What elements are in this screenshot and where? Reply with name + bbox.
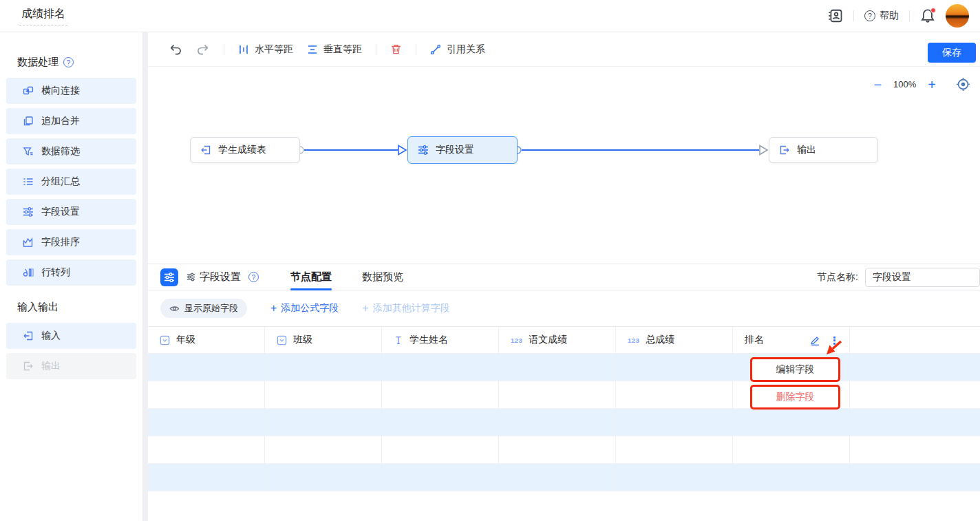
table-cell (382, 381, 499, 408)
fields-table: 年级 班级 学生姓名 (148, 326, 980, 491)
sidebar-item-output: 输出 (6, 353, 136, 379)
show-original-fields-label: 显示原始字段 (184, 302, 238, 315)
panel-gutter (142, 32, 148, 521)
add-formula-field-button[interactable]: + 添加公式字段 (270, 302, 339, 315)
main-content: 水平等距 垂直等距 (148, 32, 980, 521)
sidebar-item-label: 横向连接 (41, 85, 80, 97)
sidebar-item-label: 字段排序 (41, 236, 80, 248)
top-bar: 成绩排名 ? 帮助 (0, 0, 980, 32)
table-cell (616, 436, 733, 463)
vertical-spacing-button[interactable]: 垂直等距 (307, 43, 362, 56)
locate-button[interactable] (956, 77, 970, 92)
column-header-rank[interactable]: 排名 ⋮ (733, 327, 850, 353)
table-row (148, 354, 980, 381)
panel-help-icon[interactable]: ? (248, 272, 259, 282)
reference-relations-button[interactable]: 引用关系 (430, 43, 485, 56)
divider (224, 44, 224, 55)
flow-node-field-settings[interactable]: 字段设置 (407, 136, 518, 164)
table-cell (148, 464, 265, 491)
panel-header: 字段设置 ? 节点配置 数据预览 节点名称: (148, 264, 980, 290)
zoom-in-button[interactable]: + (928, 78, 936, 92)
sidebar-item-append-merge[interactable]: 追加合并 (6, 108, 136, 134)
canvas-toolbar: 水平等距 垂直等距 (148, 32, 980, 67)
zoom-level: 100% (893, 79, 916, 89)
menu-item-delete-field[interactable]: 删除字段 (750, 385, 840, 410)
sidebar-section-data-processing: 数据处理 ? (17, 56, 142, 69)
node-name-input[interactable] (865, 268, 980, 287)
contact-book-icon[interactable] (828, 8, 843, 23)
add-other-calc-field-label: 添加其他计算字段 (373, 302, 450, 315)
sidebar-item-horizontal-join[interactable]: 横向连接 (6, 78, 136, 104)
column-header-grade[interactable]: 年级 (148, 327, 265, 353)
sidebar-item-group-summary[interactable]: 分组汇总 (6, 169, 136, 195)
group-summary-icon (23, 176, 34, 187)
table-cell (616, 354, 733, 381)
field-settings-icon (418, 145, 429, 156)
panel-tabs: 节点配置 数据预览 (290, 264, 403, 290)
flow-node-student-scores[interactable]: 学生成绩表 (190, 137, 300, 163)
divider (853, 10, 854, 21)
divider (416, 44, 416, 55)
tab-data-preview[interactable]: 数据预览 (362, 264, 403, 290)
column-label: 年级 (176, 334, 195, 346)
panel-title: 字段设置 (200, 270, 241, 284)
more-options-icon[interactable]: ⋮ (829, 335, 840, 345)
tab-label: 数据预览 (362, 270, 403, 282)
redo-button[interactable] (196, 43, 210, 55)
table-cell (616, 381, 733, 408)
edit-pencil-icon[interactable] (810, 335, 820, 345)
table-cell (265, 354, 382, 381)
table-row (148, 436, 980, 464)
tab-node-config[interactable]: 节点配置 (290, 264, 332, 290)
select-field-icon (277, 335, 287, 345)
table-cell (148, 354, 265, 381)
column-label: 总成绩 (646, 334, 674, 346)
column-label: 语文成绩 (529, 334, 567, 346)
undo-button[interactable] (169, 43, 182, 55)
horizontal-spacing-icon (238, 44, 249, 55)
column-header-total-score[interactable]: 123 总成绩 (616, 327, 733, 353)
zoom-out-button[interactable]: − (873, 78, 882, 92)
reference-relations-icon (430, 44, 441, 55)
notification-badge (930, 8, 936, 13)
sidebar-item-row-to-column[interactable]: 行转列 (6, 259, 136, 286)
table-cell (382, 354, 499, 381)
add-formula-field-label: 添加公式字段 (281, 302, 339, 315)
delete-node-button[interactable] (390, 43, 402, 55)
avatar[interactable] (946, 4, 969, 28)
show-original-fields-button[interactable]: 显示原始字段 (160, 299, 247, 318)
table-cell (499, 354, 616, 381)
sidebar-item-field-sort[interactable]: 字段排序 (6, 229, 136, 255)
menu-item-edit-field[interactable]: 编辑字段 (750, 357, 840, 382)
field-settings-icon (23, 206, 34, 217)
flow-canvas[interactable]: 水平等距 垂直等距 (148, 32, 980, 264)
text-field-icon (394, 335, 403, 345)
section-help-icon[interactable]: ? (63, 57, 74, 67)
page-title[interactable]: 成绩排名 (19, 7, 67, 25)
table-cell (382, 436, 499, 463)
notifications-button[interactable] (920, 8, 935, 23)
column-header-class[interactable]: 班级 (265, 327, 382, 353)
sidebar-item-data-filter[interactable]: 数据筛选 (6, 138, 136, 164)
horizontal-spacing-button[interactable]: 水平等距 (238, 43, 293, 56)
column-header-student-name[interactable]: 学生姓名 (382, 327, 499, 353)
help-button[interactable]: ? 帮助 (864, 10, 899, 22)
sidebar-item-field-settings[interactable]: 字段设置 (6, 199, 136, 225)
plus-icon: + (362, 303, 368, 314)
eye-icon (169, 304, 180, 314)
column-label: 排名 (745, 334, 764, 346)
select-field-icon (160, 335, 170, 345)
sidebar-section-io: 输入输出 (17, 301, 142, 314)
trash-icon (390, 43, 402, 55)
column-header-chinese-score[interactable]: 123 语文成绩 (499, 327, 616, 353)
field-action-bar: 显示原始字段 + 添加公式字段 + 添加其他计算字段 (148, 290, 980, 326)
flow-node-label: 学生成绩表 (218, 144, 266, 156)
sidebar-item-label: 追加合并 (41, 115, 80, 127)
panel-title-group: 字段设置 ? (187, 270, 259, 284)
table-cell (499, 381, 616, 408)
table-cell (733, 464, 850, 491)
flow-node-output[interactable]: 输出 (769, 137, 878, 163)
table-cell (265, 464, 382, 491)
save-button[interactable]: 保存 (928, 43, 976, 63)
sidebar-item-input[interactable]: 输入 (6, 323, 136, 349)
